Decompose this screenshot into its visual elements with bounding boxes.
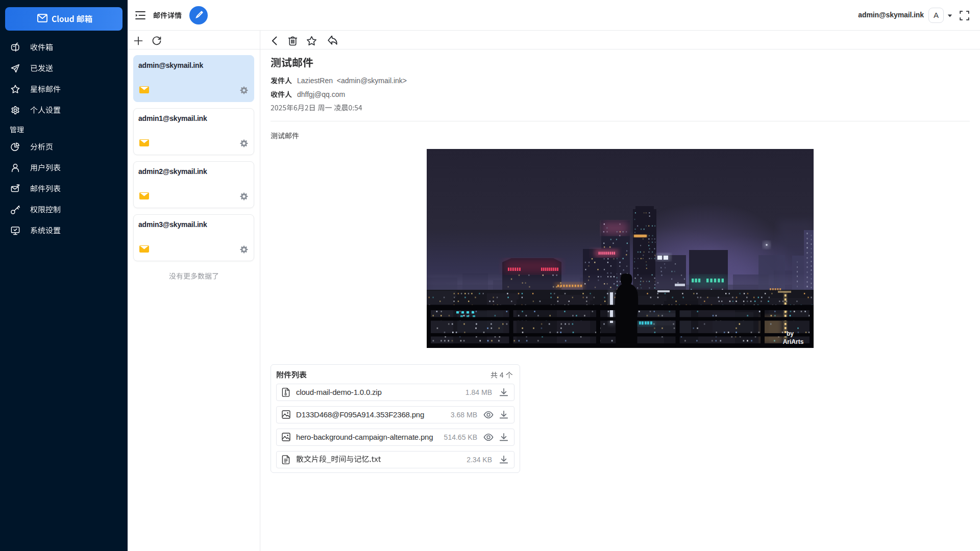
svg-text:by: by bbox=[787, 330, 794, 337]
svg-text:AriArts: AriArts bbox=[783, 338, 804, 345]
